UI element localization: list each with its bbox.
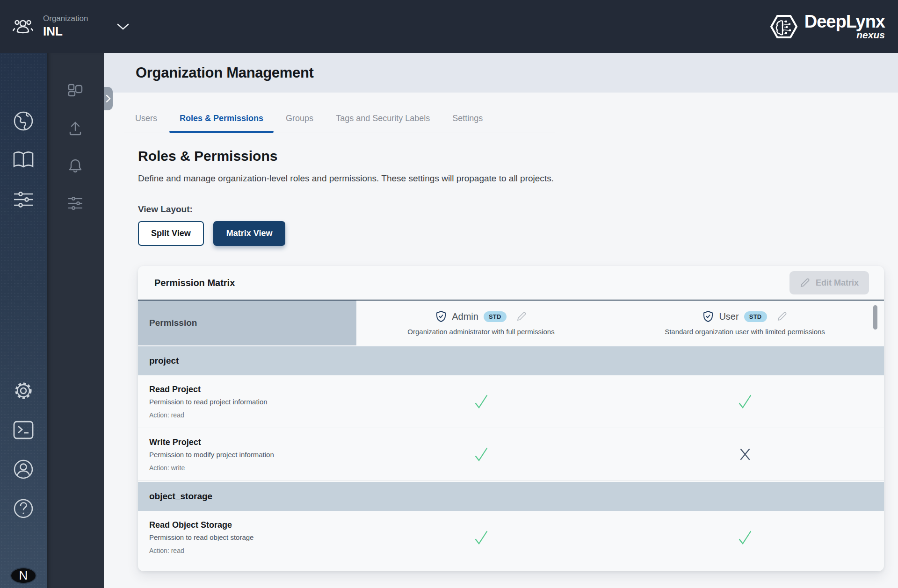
role-description: Organization administrator with full per…: [407, 328, 554, 336]
organization-switcher[interactable]: Organization INL: [12, 14, 129, 39]
permission-matrix-card: Permission Matrix Edit Matrix Permission: [138, 266, 884, 571]
permission-row-read-project: Read Project Permission to read project …: [138, 375, 884, 428]
permission-action: Action: read: [149, 411, 352, 419]
view-layout-label: View Layout:: [138, 204, 898, 215]
check-icon: [472, 445, 491, 464]
tab-groups[interactable]: Groups: [275, 106, 325, 132]
role-header-admin: Admin STD Organization administrator wit…: [356, 301, 606, 345]
main-content: Organization Management Users Roles & Pe…: [104, 53, 898, 588]
deeplynx-logo: DeepLynx nexus: [770, 12, 885, 41]
chevron-down-icon[interactable]: [117, 23, 129, 30]
edit-matrix-button[interactable]: Edit Matrix: [789, 271, 869, 294]
section-description: Define and manage organization-level rol…: [138, 173, 898, 184]
dashboard-icon[interactable]: [64, 80, 87, 102]
role-badge: STD: [484, 311, 507, 322]
hexagon-brain-icon: [770, 12, 798, 41]
people-icon: [12, 16, 34, 37]
tab-users[interactable]: Users: [124, 106, 168, 132]
role-description: Standard organization user with limited …: [665, 328, 825, 336]
matrix-title: Permission Matrix: [154, 278, 235, 288]
check-icon: [472, 528, 491, 547]
top-bar: Organization INL DeepLynx: [0, 0, 898, 53]
shield-check-icon: [435, 310, 447, 323]
notifications-bell-icon[interactable]: [64, 155, 87, 177]
primary-sidebar: N w: [0, 53, 47, 588]
permission-name: Read Object Storage: [149, 520, 352, 530]
pencil-icon: [800, 278, 810, 288]
tab-settings[interactable]: Settings: [441, 106, 494, 132]
permission-action: Action: write: [149, 464, 352, 472]
sliders-icon[interactable]: [12, 188, 35, 211]
permission-description: Permission to read project information: [149, 398, 352, 406]
check-icon: [736, 528, 754, 547]
globe-icon[interactable]: [12, 110, 35, 132]
settings-gear-icon[interactable]: [12, 380, 35, 402]
pencil-icon[interactable]: [777, 311, 787, 322]
brand-name: DeepLynx: [804, 13, 885, 30]
role-badge: STD: [744, 311, 767, 322]
book-open-icon[interactable]: [12, 149, 35, 172]
chevron-right-icon: [106, 94, 111, 103]
tab-tags-security-labels[interactable]: Tags and Security Labels: [325, 106, 441, 132]
permission-action: Action: read: [149, 547, 352, 554]
tab-roles-permissions[interactable]: Roles & Permissions: [168, 106, 275, 132]
avatar-initial: N: [19, 568, 28, 583]
role-header-user: User STD Standard organization user with…: [606, 301, 884, 345]
tab-bar: Users Roles & Permissions Groups Tags an…: [104, 93, 898, 132]
permission-name: Read Project: [149, 385, 352, 394]
user-permission-mark: [606, 428, 884, 480]
admin-permission-mark: [356, 511, 606, 564]
split-view-button[interactable]: Split View: [138, 221, 204, 246]
brand-subtitle: nexus: [856, 29, 885, 41]
check-icon: [472, 392, 491, 411]
group-header-project: project: [138, 346, 884, 375]
account-icon[interactable]: [12, 458, 35, 480]
page-header: Organization Management: [104, 53, 898, 93]
role-name: User: [719, 311, 739, 322]
group-header-object-storage: object_storage: [138, 482, 884, 511]
permission-description: Permission to modify project information: [149, 451, 352, 459]
permission-name: Write Project: [149, 437, 352, 447]
role-name: Admin: [452, 311, 478, 322]
secondary-sidebar: [47, 53, 104, 588]
user-avatar[interactable]: N: [10, 567, 36, 584]
filter-sliders-icon[interactable]: [64, 192, 87, 215]
permission-description: Permission to read object storage: [149, 533, 352, 541]
organization-name: INL: [43, 24, 88, 39]
user-permission-mark: [606, 511, 884, 564]
upload-icon[interactable]: [64, 117, 87, 140]
sidebar-expand-tab[interactable]: [104, 87, 113, 110]
organization-label: Organization: [43, 14, 88, 23]
page-title: Organization Management: [136, 65, 314, 81]
admin-permission-mark: [356, 428, 606, 480]
terminal-icon[interactable]: [12, 419, 35, 441]
admin-permission-mark: [356, 375, 606, 428]
permission-matrix-table: Permission Admin STD: [138, 300, 884, 564]
matrix-scrollbar-thumb[interactable]: [873, 305, 877, 330]
cross-icon: [738, 447, 753, 462]
shield-check-icon: [702, 310, 714, 323]
pencil-icon[interactable]: [516, 311, 527, 322]
help-icon[interactable]: [12, 497, 35, 520]
edit-matrix-label: Edit Matrix: [816, 278, 859, 288]
permission-row-read-object-storage: Read Object Storage Permission to read o…: [138, 511, 884, 564]
permission-column-header: Permission: [138, 301, 356, 345]
check-icon: [736, 392, 754, 411]
permission-row-write-project: Write Project Permission to modify proje…: [138, 428, 884, 481]
matrix-view-button[interactable]: Matrix View: [213, 221, 286, 246]
section-title: Roles & Permissions: [138, 148, 898, 164]
user-permission-mark: [606, 375, 884, 428]
